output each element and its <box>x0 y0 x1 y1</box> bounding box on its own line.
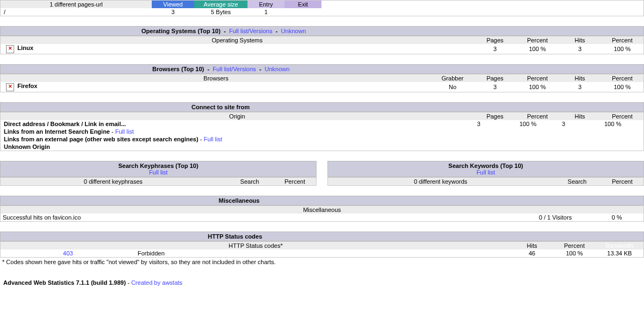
browsers-title: Browsers (Top 10) - Full list/Versions -… <box>1 65 644 74</box>
origin-se-fulllist[interactable]: Full list <box>115 128 134 135</box>
os-unknown-link[interactable]: Unknown <box>281 28 306 34</box>
os-row: ✕Linux <box>1 44 474 54</box>
browser-row: ✕Firefox <box>1 82 432 92</box>
os-title: Operating Systems (Top 10) - Full list/V… <box>1 27 644 36</box>
misc-title: Miscellaneous <box>1 196 644 205</box>
http-title: HTTP Status codes <box>1 232 644 241</box>
connect-title: Connect to site from <box>1 103 644 112</box>
os-section: Operating Systems (Top 10) - Full list/V… <box>0 26 644 36</box>
keyphrases-fulllist[interactable]: Full list <box>149 169 168 176</box>
os-icon: ✕ <box>6 45 14 53</box>
os-colhdr: Operating Systems <box>1 36 474 45</box>
footer: Advanced Web Statistics 7.1.1 (build 1.9… <box>0 276 644 289</box>
browsers-section: Browsers (Top 10) - Full list/Versions -… <box>0 64 644 74</box>
browsers-unknown-link[interactable]: Unknown <box>264 66 289 72</box>
origin-external: Links from an external page (other web s… <box>1 135 644 143</box>
pages-url-heading: 1 different pages-url <box>1 1 152 9</box>
http-code[interactable]: 403 <box>1 249 136 258</box>
origin-ext-fulllist[interactable]: Full list <box>203 136 222 142</box>
misc-favicon: Successful hits on favicon.ico <box>1 214 521 222</box>
origin-direct: Direct address / Bookmark / Link in emai… <box>4 121 126 127</box>
col-avgsize: Average size <box>194 1 247 9</box>
origin-unknown: Unknown Origin <box>1 143 644 151</box>
footer-awstats-link[interactable]: Created by awstats <box>131 279 182 286</box>
col-exit: Exit <box>284 1 321 9</box>
origin-search-engine: Links from an Internet Search Engine - F… <box>1 128 644 135</box>
keywords-fulllist[interactable]: Full list <box>476 169 495 176</box>
keyphrases-title: Search Keyphrases (Top 10)Full list <box>1 161 317 177</box>
url-cell: / <box>1 8 152 16</box>
browser-icon: ✕ <box>6 83 14 91</box>
browsers-fulllist-link[interactable]: Full list/Versions <box>213 66 256 72</box>
col-entry: Entry <box>247 1 284 9</box>
col-viewed: Viewed <box>152 1 194 9</box>
keywords-title: Search Keywords (Top 10)Full list <box>328 161 644 177</box>
pages-url-table: 1 different pages-url Viewed Average siz… <box>0 0 644 16</box>
os-fulllist-link[interactable]: Full list/Versions <box>229 28 272 34</box>
http-note: * Codes shown here gave hits or traffic … <box>0 258 644 266</box>
